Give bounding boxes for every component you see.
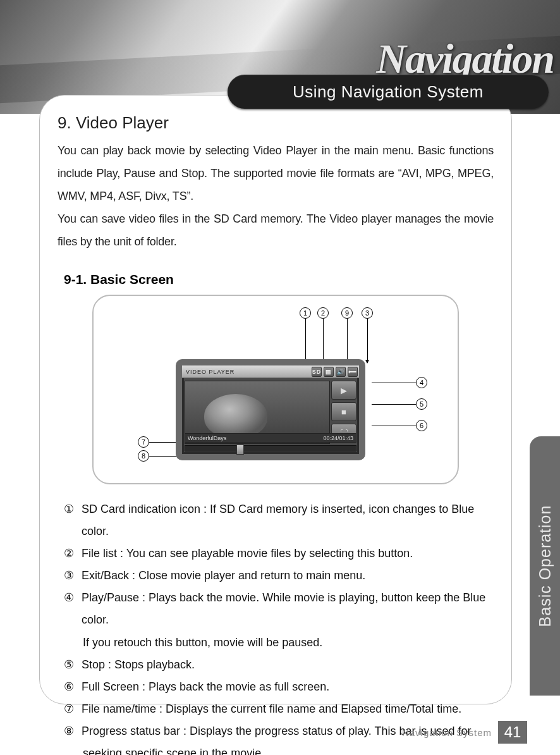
callout-3: 3 [362, 307, 373, 319]
player-title-text: VIDEO PLAYER [186, 369, 234, 375]
desc-text: Play/Pause : Plays back the movie. While… [82, 587, 494, 631]
desc-number: ⑦ [64, 698, 78, 720]
side-tab: Basic Operation [530, 436, 560, 696]
player-titlebar: VIDEO PLAYER SD ▤ 🔊 ⟸ [182, 365, 359, 378]
leader-3 [367, 319, 368, 363]
page-footer: Navigation System 41 [402, 721, 527, 744]
chapter-pill-label: Using Navigation System [293, 82, 484, 102]
callout-1: 1 [300, 307, 311, 319]
desc-text: File list : You can see playable movie f… [82, 543, 494, 565]
desc-number: ④ [64, 587, 78, 631]
desc-row: ②File list : You can see playable movie … [64, 543, 494, 565]
desc-number: ③ [64, 565, 78, 587]
desc-number: ⑥ [64, 676, 78, 698]
callout-8: 8 [138, 450, 149, 462]
desc-number: ⑤ [64, 654, 78, 676]
desc-row: ③Exit/Back : Close movie player and retu… [64, 565, 494, 587]
desc-text: Exit/Back : Close movie player and retur… [82, 565, 494, 587]
player-filename: WonderfulDays [188, 435, 226, 441]
callout-4: 4 [416, 377, 427, 388]
intro-paragraph-1: You can play back movie by selecting Vid… [58, 139, 494, 207]
callout-2: 2 [317, 307, 329, 319]
leader-9 [347, 319, 348, 363]
chapter-pill: Using Navigation System [228, 75, 549, 109]
footer-label: Navigation System [402, 727, 492, 738]
video-player-mock: VIDEO PLAYER SD ▤ 🔊 ⟸ ▶ ■ ⛶ WonderfulDay… [176, 359, 365, 460]
desc-number: ② [64, 543, 78, 565]
filelist-icon: ▤ [324, 367, 334, 377]
page-number: 41 [498, 721, 527, 744]
desc-text: If you retouch this button, movie will b… [83, 632, 494, 654]
play-button-icon: ▶ [331, 381, 356, 400]
player-footer: WonderfulDays 00:24/01:43 [185, 433, 356, 443]
intro-paragraph-2: You can save video files in the SD Card … [58, 207, 494, 253]
volume-icon: 🔊 [336, 367, 346, 377]
desc-row: seeking specific scene in the movie. [64, 742, 494, 755]
screen-diagram: 1 2 9 3 4 5 6 7 8 VIDEO PLAYER SD ▤ 🔊 [92, 295, 459, 484]
desc-text: SD Card indication icon : If SD Card mem… [82, 498, 494, 543]
side-tab-label: Basic Operation [536, 505, 554, 627]
leader-5 [372, 404, 416, 405]
stop-button-icon: ■ [331, 402, 356, 421]
leader-4 [372, 383, 416, 383]
desc-text: Full Screen : Plays back the movie as fu… [82, 676, 494, 698]
subsection-title: 9-1. Basic Screen [58, 272, 494, 287]
desc-row: ⑦File name/time : Displays the current f… [64, 698, 494, 720]
desc-number: ① [64, 498, 78, 543]
callout-5: 5 [416, 398, 427, 410]
desc-row: If you retouch this button, movie will b… [64, 632, 494, 654]
callout-6: 6 [416, 420, 427, 431]
section-title: 9. Video Player [58, 113, 494, 133]
desc-text: File name/time : Displays the current fi… [82, 698, 494, 720]
progress-bar [185, 445, 356, 451]
player-time: 00:24/01:43 [323, 435, 353, 441]
leader-2 [323, 319, 324, 363]
leader-1 [305, 319, 306, 363]
back-icon: ⟸ [348, 367, 358, 377]
sd-icon: SD [312, 367, 322, 377]
callout-9: 9 [341, 307, 353, 319]
desc-text: seeking specific scene in the movie. [83, 742, 494, 755]
desc-row: ⑥Full Screen : Plays back the movie as f… [64, 676, 494, 698]
desc-row: ①SD Card indication icon : If SD Card me… [64, 498, 494, 543]
description-list: ①SD Card indication icon : If SD Card me… [58, 498, 494, 755]
desc-text: Stop : Stops playback. [82, 654, 494, 676]
desc-row: ④Play/Pause : Plays back the movie. Whil… [64, 587, 494, 631]
desc-number: ⑧ [64, 720, 78, 742]
content-panel: 9. Video Player You can play back movie … [39, 95, 512, 704]
desc-row: ⑤Stop : Stops playback. [64, 654, 494, 676]
leader-6 [372, 426, 416, 426]
callout-7: 7 [138, 436, 149, 448]
